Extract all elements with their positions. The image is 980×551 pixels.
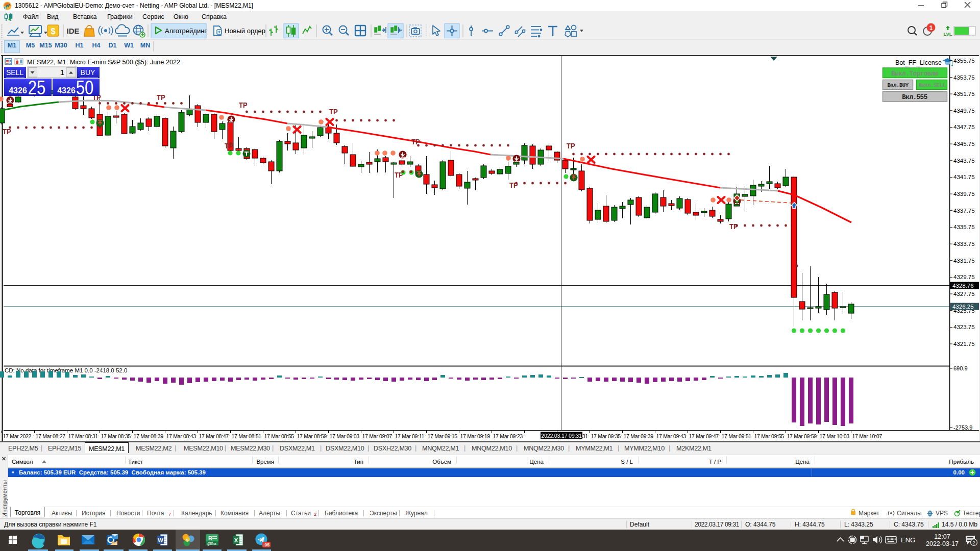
svg-text:Алготрейдинг: Алготрейдинг (165, 27, 207, 35)
svg-text:4328.76: 4328.76 (952, 283, 974, 289)
svg-text:R: R (208, 535, 212, 541)
svg-text:$: $ (51, 27, 56, 36)
svg-text:17 Mar 09:43: 17 Mar 09:43 (656, 433, 687, 439)
svg-text:17 Mar 08:43: 17 Mar 08:43 (166, 433, 197, 439)
svg-text:4349.75: 4349.75 (953, 108, 975, 114)
svg-text:17 Mar 09:55: 17 Mar 09:55 (754, 433, 785, 439)
svg-text:5: 5 (5, 6, 6, 9)
svg-text:Вкл.BUY: Вкл.BUY (887, 82, 909, 88)
svg-text:4347.75: 4347.75 (953, 124, 975, 130)
svg-text:Новый ордер: Новый ордер (225, 27, 265, 35)
svg-text:17 Mar 09:15: 17 Mar 09:15 (428, 433, 458, 439)
svg-text:17 Mar 08:39: 17 Mar 08:39 (134, 433, 164, 439)
svg-text:4341.75: 4341.75 (953, 174, 975, 180)
svg-text:.05: .05 (263, 542, 270, 547)
svg-text:4339.75: 4339.75 (953, 191, 975, 197)
svg-text:17 Mar 09:07: 17 Mar 09:07 (362, 433, 393, 439)
svg-text:MESM22, M1: Micro E-mini S&P: MESM22, M1: Micro E-mini S&P 500 ($5): J… (27, 59, 180, 66)
svg-text:4331.75: 4331.75 (953, 258, 975, 264)
svg-text:17 Mar 08:47: 17 Mar 08:47 (199, 433, 229, 439)
svg-text:Сигналы: Сигналы (897, 510, 922, 517)
svg-text:W: W (158, 537, 163, 543)
svg-text:Выкл.SELL: Выкл.SELL (919, 82, 946, 88)
svg-text:17 Mar 09:23: 17 Mar 09:23 (493, 433, 523, 439)
svg-text:1: 1 (60, 68, 64, 77)
svg-text:4353.75: 4353.75 (953, 74, 975, 81)
svg-text:TP: TP (157, 94, 165, 102)
svg-text:17 Mar 09:51: 17 Mar 09:51 (722, 433, 752, 439)
svg-text:1: 1 (929, 24, 933, 32)
svg-text:Маркет: Маркет (859, 510, 879, 517)
svg-text:4329.75: 4329.75 (953, 274, 975, 280)
svg-text:4337.75: 4337.75 (953, 208, 975, 214)
svg-text:2: 2 (972, 540, 975, 545)
svg-text:17 Mar 09:03: 17 Mar 09:03 (330, 433, 360, 439)
svg-text:690.9: 690.9 (953, 365, 968, 371)
svg-text:4326.25: 4326.25 (952, 304, 974, 310)
svg-text:17 Mar 08:35: 17 Mar 08:35 (101, 433, 131, 439)
svg-text:2022.03.17 09:31: 2022.03.17 09:31 (541, 433, 582, 439)
svg-text:TP: TP (329, 108, 338, 116)
svg-text:17 Mar 08:59: 17 Mar 08:59 (297, 433, 327, 439)
svg-text:17 Mar 10:07: 17 Mar 10:07 (852, 433, 883, 439)
svg-text:17 Mar 09:47: 17 Mar 09:47 (689, 433, 719, 439)
svg-text:LVL: LVL (943, 31, 952, 37)
svg-text:4323.75: 4323.75 (953, 324, 975, 330)
svg-text:4326: 4326 (9, 86, 27, 95)
svg-text:17 Mar 09:59: 17 Mar 09:59 (787, 433, 817, 439)
svg-text:17 Mar 09:11: 17 Mar 09:11 (395, 433, 425, 439)
svg-text:17 Mar 09:35: 17 Mar 09:35 (591, 433, 621, 439)
svg-text:$: $ (186, 538, 189, 542)
svg-text:TP: TP (411, 138, 420, 146)
svg-text:-2753.9: -2753.9 (953, 424, 972, 431)
svg-text:4335.75: 4335.75 (953, 224, 975, 230)
svg-text:12:07: 12:07 (934, 533, 950, 540)
svg-text:4355.75: 4355.75 (953, 58, 975, 64)
svg-text:25: 25 (28, 77, 46, 98)
svg-text:2022-03-17: 2022-03-17 (926, 540, 959, 547)
svg-text:BUY: BUY (81, 68, 95, 77)
svg-text:TP: TP (239, 102, 248, 110)
svg-text:4333.75: 4333.75 (953, 241, 975, 247)
svg-text:4351.75: 4351.75 (953, 91, 975, 97)
svg-text:X: X (234, 537, 238, 543)
svg-text:4345.75: 4345.75 (953, 141, 975, 147)
svg-text:17 Mar 10:03: 17 Mar 10:03 (820, 433, 850, 439)
svg-text:Тестер: Тестер (963, 510, 980, 517)
svg-text:TP: TP (3, 128, 11, 136)
svg-text:Вкл.555: Вкл.555 (902, 94, 927, 101)
svg-text:ENG: ENG (901, 536, 915, 544)
svg-text:Bot_FF_License: Bot_FF_License (895, 59, 942, 66)
svg-text:IDE: IDE (66, 27, 79, 35)
svg-text:4326: 4326 (57, 86, 76, 95)
svg-text:17 Mar 08:51: 17 Mar 08:51 (232, 433, 262, 439)
svg-text:17 Mar 08:55: 17 Mar 08:55 (264, 433, 295, 439)
svg-text:Инструменты: Инструменты (2, 480, 8, 517)
svg-text:17 Mar 09:39: 17 Mar 09:39 (624, 433, 654, 439)
svg-text:17 Mar 08:31: 17 Mar 08:31 (68, 433, 99, 439)
svg-text:SELL: SELL (6, 68, 23, 77)
svg-text:TP: TP (509, 182, 518, 190)
svg-text:4343.75: 4343.75 (953, 158, 975, 164)
svg-text:17 Mar 08:27: 17 Mar 08:27 (36, 433, 66, 439)
svg-text:17 Mar 2022: 17 Mar 2022 (3, 433, 32, 439)
svg-text:VPS: VPS (936, 510, 948, 517)
svg-text:TP: TP (729, 223, 738, 231)
svg-text:4327.75: 4327.75 (953, 291, 975, 297)
svg-text:TP: TP (567, 142, 575, 151)
svg-text:Выкл.Торговлю: Выкл.Торговлю (891, 70, 939, 78)
svg-text:4321.75: 4321.75 (953, 341, 975, 347)
svg-text:50: 50 (76, 77, 94, 98)
svg-text:17 Mar 09:19: 17 Mar 09:19 (460, 433, 491, 439)
